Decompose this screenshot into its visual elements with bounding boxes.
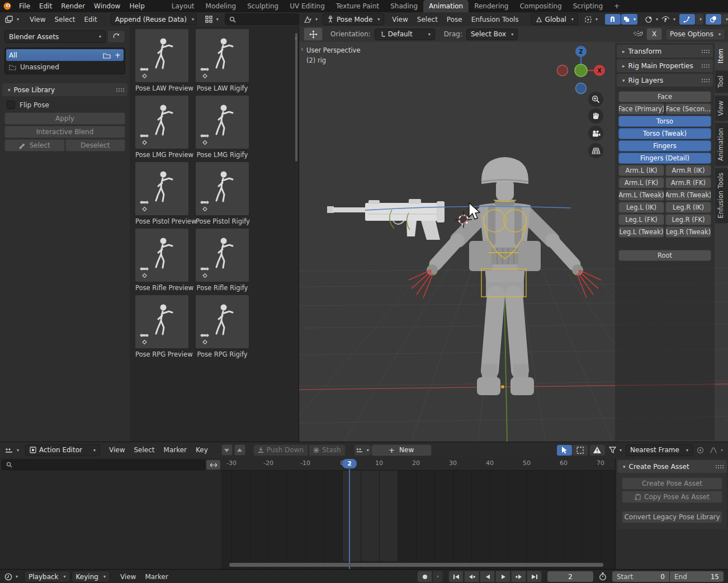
horizontal-scrollbar-track[interactable] [229, 563, 607, 567]
workspace-tab-shading[interactable]: Shading [385, 0, 423, 12]
jump-to-start-button[interactable] [448, 571, 464, 582]
snap-toggle-button[interactable] [605, 14, 621, 25]
rig-layer-arm-l-tweak[interactable]: Arm.L (Tweak) [618, 189, 664, 201]
menu-render[interactable]: Render [56, 0, 89, 12]
gizmo-y-axis[interactable] [575, 64, 587, 77]
flip-pose-checkbox[interactable]: Flip Pose [7, 101, 123, 109]
timeline-ruler[interactable]: -30-20-10010203040506070 [221, 458, 615, 471]
pose-asset-pose-lmg-preview[interactable]: Pose LMG Preview [135, 96, 188, 159]
drag-mode-dropdown[interactable]: Select Box▾ [466, 29, 518, 40]
checkbox-box[interactable] [7, 101, 15, 109]
snap-with-dropdown[interactable]: ▾ [621, 14, 637, 25]
rig-layer-torso-tweak[interactable]: Torso (Tweak) [618, 128, 711, 139]
keying-popover[interactable]: Keying▾ [72, 571, 110, 582]
rig-layer-leg-r-tweak[interactable]: Leg.R (Tweak) [665, 226, 711, 238]
pose-asset-thumbnail[interactable] [135, 96, 188, 149]
ab-menu-edit[interactable]: Edit [80, 13, 102, 26]
pose-asset-thumbnail[interactable] [196, 29, 249, 82]
camera-view-button[interactable] [588, 126, 603, 141]
pose-asset-pose-rifle-preview[interactable]: Pose Rifle Preview [135, 229, 188, 292]
push-down-button[interactable]: Push Down [253, 444, 308, 456]
pose-asset-thumbnail[interactable] [135, 295, 188, 348]
vp-menu-pose[interactable]: Pose [442, 13, 467, 26]
rig-layer-arm-r-tweak[interactable]: Arm.R (Tweak) [665, 189, 711, 201]
frame-end-field[interactable]: End 15 [670, 571, 724, 582]
workspace-tab-animation[interactable]: Animation [423, 0, 469, 12]
orientation-default-dropdown[interactable]: Default ▾ [375, 29, 435, 40]
pose-asset-pose-law-rigify[interactable]: Pose LAW Rigify [196, 29, 249, 92]
rig-layer-arm-l-ik[interactable]: Arm.L (IK) [618, 165, 664, 176]
vp-menu-view[interactable]: View [387, 13, 412, 26]
deselect-bones-button[interactable]: Deselect [65, 139, 126, 151]
toggle-projection-button[interactable] [588, 143, 603, 158]
navigation-gizmo[interactable]: Z X [556, 44, 606, 96]
rig-layer-arm-r-ik[interactable]: Arm.R (IK) [665, 165, 711, 176]
gizmo-neg-z-axis[interactable] [576, 83, 587, 94]
copy-pose-as-asset-button[interactable]: Copy Pose As Asset [622, 491, 722, 503]
keying-set-dropdown[interactable]: ▾ [433, 571, 443, 582]
show-overlays-toggle[interactable] [706, 14, 721, 25]
pose-asset-pose-rpg-preview[interactable]: Pose RPG Preview [135, 295, 188, 358]
asset-search-input[interactable] [225, 13, 299, 25]
play-reverse-button[interactable] [480, 571, 495, 582]
frame-start-field[interactable]: Start 0 [612, 571, 669, 582]
dope-sheet-channel-region[interactable] [0, 458, 221, 569]
panel-grip-icon[interactable] [701, 78, 710, 83]
transform-orientation-dropdown[interactable]: Global▾ [531, 13, 578, 25]
menu-edit[interactable]: Edit [35, 0, 56, 12]
rig-layer-torso[interactable]: Torso [618, 116, 711, 127]
n-panel-tab-enfusion-tools[interactable]: Enfusion Tools [715, 168, 728, 223]
create-pose-asset-header[interactable]: ▾ Create Pose Asset [617, 460, 727, 473]
create-pose-asset-button[interactable]: Create Pose Asset [622, 477, 722, 490]
vp-menu-enfusion-tools[interactable]: Enfusion Tools [467, 13, 523, 26]
panel-header-rig-main-properties[interactable]: ▸Rig Main Properties [617, 59, 713, 72]
display-mode-grid-icon[interactable]: ▾ [204, 14, 220, 25]
add-catalog-icon[interactable]: + [115, 51, 121, 59]
add-workspace-button[interactable]: + [608, 0, 625, 12]
dope-mode-dropdown[interactable]: Action Editor ▾ [25, 444, 100, 456]
proportional-edit-keys-toggle[interactable] [695, 445, 706, 456]
editor-type-viewport-icon[interactable]: ▾ [302, 14, 319, 25]
ds-menu-key[interactable]: Key [191, 444, 212, 456]
pose-asset-pose-lmg-rigify[interactable]: Pose LMG Rigify [196, 96, 249, 159]
rig-layers-panel-header[interactable]: ▾ Rig Layers [617, 74, 713, 87]
region-collapse-arrow[interactable]: ‹ [295, 35, 297, 41]
catalog-item-unassigned[interactable]: Unassigned [6, 61, 124, 73]
panel-grip-icon[interactable] [715, 464, 724, 469]
jump-to-prev-keyframe-button[interactable] [464, 571, 479, 582]
pose-asset-pose-rpg-rigify[interactable]: Pose RPG Rigify [196, 295, 249, 358]
move-channels-up-button[interactable] [234, 444, 245, 456]
playback-popover[interactable]: Playback▾ [24, 571, 70, 582]
rig-layer-leg-l-fk[interactable]: Leg.L (FK) [618, 214, 664, 225]
mode-dropdown[interactable]: Pose Mode ▾ [323, 13, 384, 25]
catalog-item-all[interactable]: All + [6, 49, 124, 61]
apply-pose-button[interactable]: Apply [4, 112, 125, 125]
gizmo-dropdown[interactable]: ▾ [696, 14, 703, 25]
show-hide-dropdown[interactable]: ▾ [660, 14, 677, 25]
pose-asset-thumbnail[interactable] [196, 162, 249, 215]
proportional-editing-dropdown[interactable]: ▾ [643, 14, 660, 25]
asset-grid-scrollbar[interactable] [295, 33, 297, 162]
tl-menu-view[interactable]: View [116, 571, 140, 583]
falloff-dropdown[interactable]: ▾ [708, 445, 725, 456]
snap-mode-dropdown[interactable]: Nearest Frame▾ [626, 444, 693, 456]
workspace-tab-scripting[interactable]: Scripting [568, 0, 608, 12]
workspace-tab-rendering[interactable]: Rendering [469, 0, 514, 12]
soldier-mesh[interactable] [409, 157, 601, 395]
tl-menu-marker[interactable]: Marker [140, 571, 172, 583]
ds-menu-select[interactable]: Select [130, 444, 159, 456]
sidebar-expand-arrow[interactable]: › [301, 45, 304, 53]
ds-menu-view[interactable]: View [105, 444, 129, 456]
rig-layer-leg-r-fk[interactable]: Leg.R (FK) [665, 214, 711, 225]
show-gizmo-toggle[interactable] [679, 14, 695, 25]
workspace-tab-compositing[interactable]: Compositing [514, 0, 567, 12]
interactive-blend-button[interactable]: Interactive Blend [4, 126, 125, 138]
rig-layer-fingers-detail[interactable]: Fingers (Detail) [618, 153, 711, 164]
rig-layer-face-secon[interactable]: Face (Secon... [665, 103, 711, 115]
horizontal-scrollbar-thumb[interactable] [229, 563, 603, 567]
filter-invert-button[interactable] [206, 460, 220, 470]
workspace-tab-sculpting[interactable]: Sculpting [242, 0, 284, 12]
rig-layer-root[interactable]: Root [618, 250, 711, 261]
ab-menu-view[interactable]: View [25, 13, 50, 26]
dope-sheet-key-region[interactable]: -30-20-10010203040506070 2 [221, 458, 615, 569]
